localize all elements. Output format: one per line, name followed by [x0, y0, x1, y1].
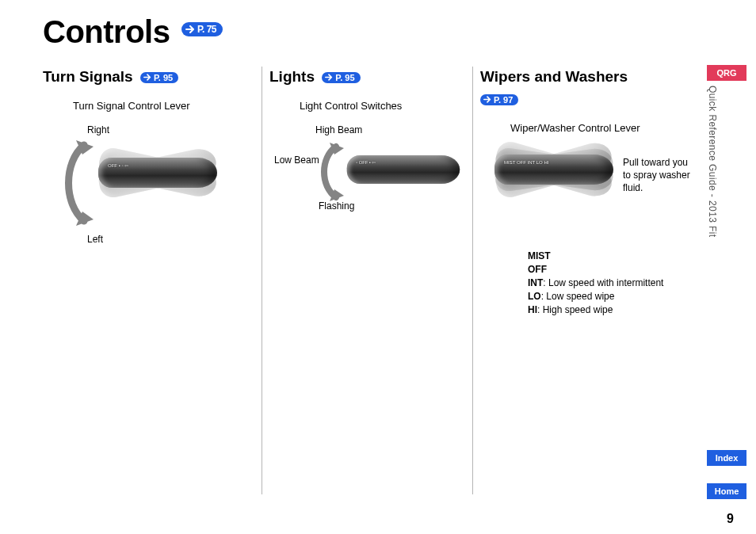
page-number: 9: [727, 512, 734, 526]
wipers-page-ref[interactable]: P. 97: [480, 94, 518, 105]
arrow-right-icon: [325, 74, 333, 81]
lights-subtitle: Light Control Switches: [300, 100, 460, 112]
title-page-ref[interactable]: P. 75: [181, 22, 223, 36]
wiper-lever-icon: MIST OFF INT LO HI: [494, 148, 613, 192]
section-turn-signals: Turn Signals P. 95 Turn Signal Control L…: [43, 68, 249, 259]
tab-qrg[interactable]: QRG: [707, 65, 746, 81]
lights-heading: Lights: [269, 68, 315, 85]
label-high-beam: High Beam: [315, 124, 362, 135]
tab-index[interactable]: Index: [707, 450, 746, 466]
label-left: Left: [87, 234, 103, 245]
lights-page-ref[interactable]: P. 95: [322, 72, 360, 83]
title-text: Controls: [43, 14, 170, 49]
turn-signal-lever-icon: OFF • ◦ ⇦: [98, 151, 217, 195]
turn-subtitle: Turn Signal Control Lever: [73, 100, 249, 112]
section-lights: Lights P. 95 Light Control Switches High…: [269, 68, 460, 251]
turn-heading: Turn Signals: [43, 68, 133, 85]
arrow-right-icon: [143, 74, 151, 81]
turn-page-ref[interactable]: P. 95: [140, 72, 178, 83]
spray-note: Pull toward you to spray washer fluid.: [623, 156, 694, 194]
arrow-right-icon: [185, 25, 195, 33]
mode-row: INT: Low speed with intermittent: [528, 277, 694, 290]
mode-row: LO: Low speed wipe: [528, 290, 694, 303]
wiper-modes-list: MIST OFF INT: Low speed with intermitten…: [528, 250, 694, 317]
wipers-subtitle: Wiper/Washer Control Lever: [510, 122, 694, 134]
arrow-right-icon: [483, 96, 491, 103]
divider: [262, 67, 262, 494]
label-flashing: Flashing: [319, 200, 354, 212]
mode-row: OFF: [528, 263, 694, 277]
mode-row: HI: High speed wipe: [528, 303, 694, 317]
divider: [472, 67, 473, 494]
side-rail: QRG Quick Reference Guide - 2013 Fit: [707, 65, 746, 238]
guide-title-vertical: Quick Reference Guide - 2013 Fit: [707, 86, 718, 238]
light-control-lever-icon: ◦ OFF • ⇦: [347, 149, 460, 190]
section-wipers: Wipers and Washers P. 97 Wiper/Washer Co…: [480, 68, 694, 317]
page-title: Controls P. 75: [43, 14, 223, 50]
mode-row: MIST: [528, 250, 694, 263]
tab-home[interactable]: Home: [707, 483, 746, 499]
wipers-heading: Wipers and Washers: [480, 68, 694, 86]
